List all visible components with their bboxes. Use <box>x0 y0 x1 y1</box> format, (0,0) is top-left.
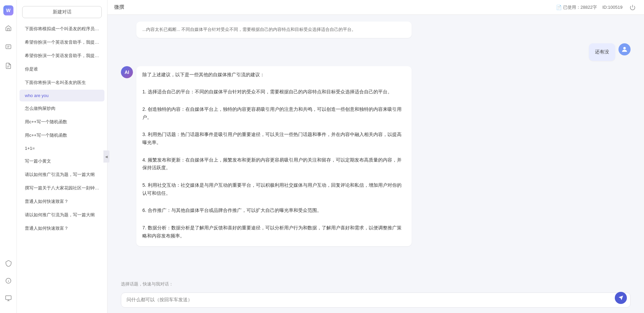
new-conversation-button[interactable]: 新建对话 <box>22 6 102 18</box>
quick-topic-label: 选择话题，快速与我对话： <box>121 281 173 286</box>
chat-area: ...内容太长已截断... 不同自媒体平台针对受众不同，需要根据自己的内容特点和… <box>107 15 644 278</box>
document-icon: 📄 <box>556 5 562 10</box>
user-avatar <box>618 43 631 55</box>
nav-icon-home[interactable] <box>2 22 14 34</box>
truncated-ai-message: ...内容太长已截断... 不同自媒体平台针对受众不同，需要根据自己的内容特点和… <box>136 21 412 38</box>
nav-icon-shield[interactable] <box>2 257 14 269</box>
sidebar-item-1[interactable]: 下面你将模拟成一个叫圣友的程序员，我说... <box>19 23 104 35</box>
ai-text-line-4: 2. 创造独特的内容：在自媒体平台上，独特的内容更容易吸引用户的注意力和共鸣，可… <box>142 105 406 122</box>
message-input[interactable] <box>127 297 613 302</box>
app-header: 微撰 📄 已使用：28822字 ID:100519 <box>107 0 644 15</box>
nav-icon-chat[interactable] <box>2 41 14 53</box>
ai-avatar: AI <box>121 66 133 78</box>
send-button[interactable] <box>615 292 627 304</box>
ai-text-line-14: 7. 数据分析：数据分析是了解用户反馈和喜好的重要途径，可以分析用户行为和数据，… <box>142 224 406 240</box>
app-title: 微撰 <box>114 4 124 10</box>
nav-icon-bottom[interactable] <box>2 292 14 304</box>
svg-rect-0 <box>6 45 11 49</box>
sidebar-item-9[interactable]: 用c++写一个随机函数 <box>19 129 104 142</box>
user-message-text-1: 还有没 <box>595 49 609 54</box>
icon-bar: W <box>0 0 17 313</box>
svg-point-10 <box>623 47 626 49</box>
nav-icon-info[interactable] <box>2 275 14 287</box>
sidebar-item-15[interactable]: 请以如何推广引流为题，写一篇大纲 <box>19 209 104 221</box>
main-area: 微撰 📄 已使用：28822字 ID:100519 ...内容太长已截断... … <box>107 0 644 313</box>
power-button[interactable] <box>628 3 637 12</box>
input-area <box>107 289 644 313</box>
user-bubble-1: 还有没 <box>589 43 615 61</box>
sidebar-item-12[interactable]: 请以如何推广引流为题，写一篇大纲 <box>19 168 104 181</box>
chevron-left-icon: ◀ <box>105 155 108 159</box>
svg-rect-6 <box>5 296 11 300</box>
ai-text-line-8: 4. 频繁发布和更新：在自媒体平台上，频繁发布和更新的内容更容易吸引用户的关注和… <box>142 156 406 172</box>
ai-text-line-12: 6. 合作推广：与其他自媒体平台或品牌合作推广，可以扩大自己的曝光率和受众范围。 <box>142 207 406 215</box>
sidebar-item-11[interactable]: 写一篇小黄文 <box>19 155 104 168</box>
sidebar-collapse-button[interactable]: ◀ <box>103 150 109 163</box>
header-right: 📄 已使用：28822字 ID:100519 <box>556 3 637 12</box>
sidebar-item-14[interactable]: 普通人如何快速致富？ <box>19 195 104 208</box>
ai-bubble-1: 除了上述建议，以下是一些其他的自媒体推广引流的建议： 1. 选择适合自己的平台：… <box>136 66 412 246</box>
sidebar-item-4[interactable]: 你是谁 <box>19 63 104 76</box>
sidebar-item-3[interactable]: 希望你扮演一个英语发音助手，我提供给你... <box>19 49 104 62</box>
sidebar-item-7[interactable]: 怎么做狗屎炒肉 <box>19 102 104 115</box>
nav-icon-docs[interactable] <box>2 60 14 72</box>
sidebar-item-5[interactable]: 下面你将扮演一名叫圣友的医生 <box>19 76 104 89</box>
ai-text-line-2: 1. 选择适合自己的平台：不同的自媒体平台针对的受众不同，需要根据自己的内容特点… <box>142 88 406 96</box>
sidebar-item-8[interactable]: 用c++写一个随机函数 <box>19 116 104 128</box>
usage-text: 已使用：28822字 <box>563 4 597 10</box>
sidebar: 新建对话 下面你将模拟成一个叫圣友的程序员，我说... 希望你扮演一个英语发音助… <box>17 0 107 313</box>
ai-message-1: AI 除了上述建议，以下是一些其他的自媒体推广引流的建议： 1. 选择适合自己的… <box>121 66 631 246</box>
ai-text-line-6: 3. 利用热门话题：热门话题和事件是吸引用户的重要途径，可以关注一些热门话题和事… <box>142 131 406 147</box>
sidebar-item-2[interactable]: 希望你扮演一个英语发音助手，我提供给你... <box>19 36 104 49</box>
sidebar-item-6[interactable]: who are you <box>19 90 104 101</box>
ai-avatar-inner: AI <box>121 66 133 78</box>
input-wrapper <box>121 293 631 308</box>
user-message-1: 还有没 <box>121 43 631 61</box>
usage-indicator: 📄 已使用：28822字 <box>556 4 597 10</box>
sidebar-item-13[interactable]: 撰写一篇关于八大家花园社区一刻钟便民生... <box>19 182 104 194</box>
quick-topic-bar: 选择话题，快速与我对话： <box>107 278 644 289</box>
sidebar-item-16[interactable]: 普通人如何快速致富？ <box>19 222 104 235</box>
sidebar-item-10[interactable]: 1+1= <box>19 142 104 154</box>
icon-bar-bottom <box>2 257 14 308</box>
user-id-text: ID:100519 <box>602 5 623 10</box>
app-logo: W <box>3 5 13 15</box>
icon-bar-top: W <box>2 5 14 251</box>
ai-text-line-10: 5. 利用社交互动：社交媒体是与用户互动的重要平台，可以积极利用社交媒体与用户互… <box>142 181 406 197</box>
ai-text-line-0: 除了上述建议，以下是一些其他的自媒体推广引流的建议： <box>142 71 406 79</box>
